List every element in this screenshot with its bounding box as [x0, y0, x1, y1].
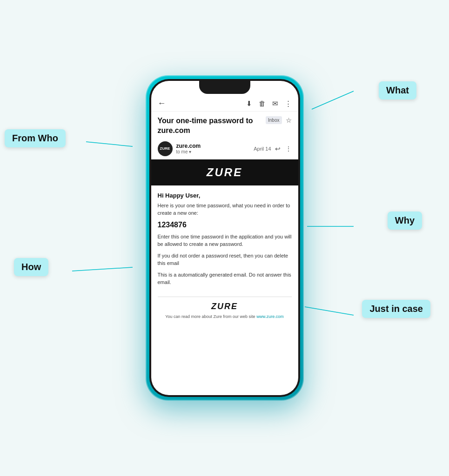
sender-more-icon[interactable]: ⋮: [285, 145, 292, 152]
annotation-how: How: [14, 258, 48, 276]
annotation-why-label: Why: [395, 215, 415, 225]
email-just-in-case-text: If you did not order a password reset, t…: [158, 252, 292, 267]
footer-link[interactable]: www.zure.com: [256, 314, 284, 319]
more-icon[interactable]: ⋮: [285, 99, 292, 108]
phone-notch: [199, 81, 250, 94]
annotation-from-who-label: From Who: [12, 133, 58, 143]
delete-icon[interactable]: 🗑: [259, 99, 266, 107]
sender-avatar-label: ZURE: [160, 146, 170, 151]
email-text-section: Hi Happy User, Here is your one time pas…: [151, 190, 298, 292]
annotation-why: Why: [388, 212, 422, 230]
annotation-just-in-case: Just in case: [362, 300, 430, 318]
email-subject-bar: Your one-time password to zure.com Inbox…: [151, 112, 298, 139]
annotation-what-label: What: [386, 85, 409, 95]
sender-actions: ↩ ⋮: [275, 145, 292, 152]
inbox-badge: Inbox: [266, 116, 281, 124]
email-how-text: Enter this one time password in the appl…: [158, 233, 292, 248]
email-greeting: Hi Happy User,: [158, 192, 292, 199]
svg-line-3: [72, 267, 133, 271]
star-icon[interactable]: ☆: [286, 116, 292, 125]
email-banner: ZURE: [151, 159, 298, 185]
reply-icon[interactable]: ↩: [275, 145, 281, 152]
phone-device: ← ⬇ 🗑 ✉ ⋮ Your one-time password to zure…: [146, 75, 304, 401]
phone-screen: ← ⬇ 🗑 ✉ ⋮ Your one-time password to zure…: [151, 81, 298, 395]
email-body: ZURE Hi Happy User, Here is your one tim…: [151, 159, 298, 328]
email-footer-text: You can read more about Zure from our we…: [151, 314, 298, 324]
sender-avatar: ZURE: [158, 141, 173, 156]
archive-icon[interactable]: ⬇: [246, 99, 252, 108]
annotation-how-label: How: [21, 262, 41, 272]
sender-to: to me ▾: [176, 149, 250, 154]
mark-icon[interactable]: ✉: [272, 99, 278, 108]
back-button[interactable]: ←: [158, 99, 166, 108]
phone-inner: ← ⬇ 🗑 ✉ ⋮ Your one-time password to zure…: [149, 79, 300, 397]
svg-line-0: [312, 91, 354, 109]
sender-row: ZURE zure.com to me ▾ April 14 ↩ ⋮: [151, 139, 298, 159]
email-body-line1: Here is your one time password, what you…: [158, 202, 292, 217]
email-topbar: ← ⬇ 🗑 ✉ ⋮: [151, 96, 298, 112]
scene: ← ⬇ 🗑 ✉ ⋮ Your one-time password to zure…: [0, 0, 449, 476]
annotation-what: What: [379, 81, 416, 99]
topbar-icons: ⬇ 🗑 ✉ ⋮: [246, 99, 292, 108]
email-subject-title: Your one-time password to zure.com Inbox…: [158, 116, 292, 136]
email-auto-text: This is a automatically generated email.…: [158, 271, 292, 286]
svg-line-1: [86, 142, 133, 146]
sender-name: zure.com: [176, 143, 250, 149]
email-divider: [158, 297, 292, 297]
annotation-from-who: From Who: [5, 129, 66, 147]
sender-info: zure.com to me ▾: [176, 143, 250, 154]
svg-line-4: [305, 307, 354, 315]
subject-text: Your one-time password to zure.com: [158, 116, 261, 136]
email-footer-logo: ZURE: [151, 302, 298, 311]
email-otp: 1234876: [158, 221, 292, 229]
sender-date: April 14: [254, 146, 271, 152]
annotation-just-in-case-label: Just in case: [369, 304, 423, 314]
email-container: ← ⬇ 🗑 ✉ ⋮ Your one-time password to zure…: [151, 81, 298, 395]
email-banner-logo: ZURE: [158, 166, 292, 179]
